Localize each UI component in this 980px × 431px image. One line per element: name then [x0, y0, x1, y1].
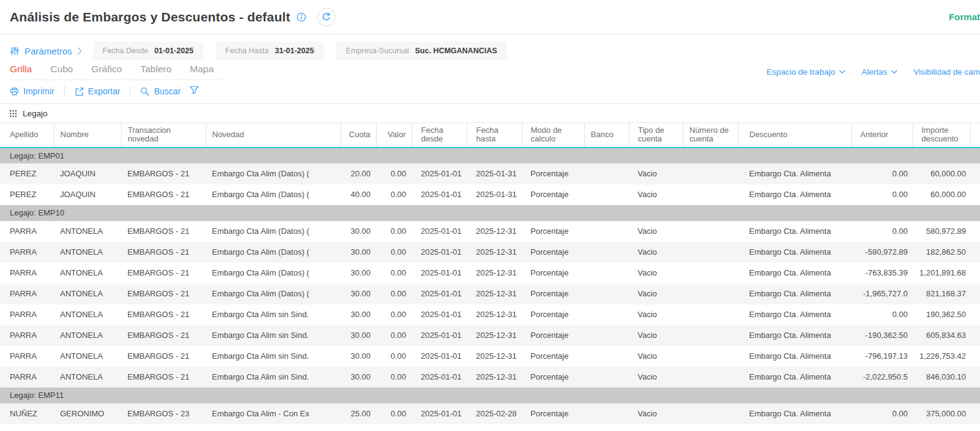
- group-label: Legajo: EMP11: [0, 388, 980, 403]
- cell-filler: [970, 221, 980, 242]
- table-row[interactable]: PARRAANTONELAEMBARGOS - 21Embargo Cta Al…: [0, 367, 980, 388]
- cell-nombre: ANTONELA: [54, 325, 121, 346]
- column-header-importe-descuento[interactable]: Importe descuento: [913, 123, 970, 148]
- cell-apellido: PEREZ: [0, 184, 54, 205]
- cell-cuota: 30.00: [341, 242, 376, 263]
- cell-cuota: 30.00: [341, 367, 376, 388]
- cell-descuento: Embargo Cta. Alimenta: [738, 304, 851, 325]
- column-header-transaccion-novedad[interactable]: Transaccion novedad: [121, 123, 206, 148]
- cell-cuota: 40.00: [341, 184, 376, 205]
- cell-apellido: PARRA: [0, 283, 54, 304]
- cell-nombre: ANTONELA: [54, 367, 121, 388]
- menu-item-espacio-de-trabajo[interactable]: Espacio de trabajo: [767, 67, 846, 77]
- view-tabs: GrillaCuboGráficoTableroMapa: [10, 62, 222, 80]
- column-header-novedad[interactable]: Novedad: [206, 123, 341, 148]
- parameters-bar: Parámetros Fecha Desde01-01-2025Fecha Ha…: [0, 34, 980, 62]
- cell-descuento: Embargo Cta. Alimenta: [738, 263, 851, 283]
- menu-item-alertas[interactable]: Alertas: [861, 67, 897, 77]
- cell-fecha-desde: 2025-01-01: [412, 263, 467, 283]
- column-header-modo-de-calculo[interactable]: Modo de calculo: [522, 123, 584, 148]
- tab-grafico[interactable]: Gráfico: [91, 64, 122, 75]
- table-row[interactable]: PEREZJOAQUINEMBARGOS - 21Embargo Cta Ali…: [0, 163, 980, 184]
- table-row[interactable]: NUÑEZGERONIMOEMBARGOS - 23Embargo Cta Al…: [0, 403, 980, 424]
- cell-importe-descuento: 821,168.37: [913, 283, 970, 304]
- cell-novedad: Embargo Cta Alim (Datos) (: [206, 184, 341, 205]
- group-row-legajo-emp10[interactable]: Legajo: EMP10: [0, 205, 980, 221]
- cell-cuota: 30.00: [341, 346, 376, 367]
- parameter-chip-fecha-desde[interactable]: Fecha Desde01-01-2025: [93, 42, 203, 60]
- tab-tablero[interactable]: Tablero: [140, 64, 172, 75]
- cell-tipo-de-cuenta: Vacio: [629, 325, 683, 346]
- table-row[interactable]: PARRAANTONELAEMBARGOS - 21Embargo Cta Al…: [0, 283, 980, 304]
- table-row[interactable]: PARRAANTONELAEMBARGOS - 21Embargo Cta Al…: [0, 325, 980, 346]
- cell-modo-de-calculo: Porcentaje: [522, 304, 584, 325]
- cell-modo-de-calculo: Porcentaje: [522, 325, 584, 346]
- tab-cubo[interactable]: Cubo: [50, 64, 73, 75]
- cell-tipo-de-cuenta: Vacio: [629, 163, 683, 184]
- cell-filler: [970, 367, 980, 388]
- menu-item-visibilidad-de-cam[interactable]: Visibilidad de cam: [913, 67, 980, 77]
- buscar-button[interactable]: Buscar: [140, 86, 181, 96]
- cell-tipo-de-cuenta: Vacio: [629, 263, 683, 283]
- table-row[interactable]: PARRAANTONELAEMBARGOS - 21Embargo Cta Al…: [0, 304, 980, 325]
- tab-grilla[interactable]: Grilla: [10, 64, 32, 75]
- parameter-chip-empresa-sucursal[interactable]: Empresa-SucursalSuc. HCMGANANCIAS: [336, 42, 507, 60]
- cell-tipo-de-cuenta: Vacio: [629, 184, 683, 205]
- cell-importe-descuento: 846,030.10: [913, 367, 970, 388]
- cell-transaccion-novedad: EMBARGOS - 21: [121, 163, 206, 184]
- group-field-legajo[interactable]: Legajo: [23, 109, 48, 118]
- cell-fecha-desde: 2025-01-01: [412, 242, 467, 263]
- cell-transaccion-novedad: EMBARGOS - 21: [121, 184, 206, 205]
- format-link[interactable]: Format: [949, 12, 980, 22]
- column-header-tipo-de-cuenta[interactable]: Tipo de cuenta: [629, 123, 683, 148]
- cell-cuota: 30.00: [341, 304, 376, 325]
- cell-tipo-de-cuenta: Vacio: [629, 221, 683, 242]
- cell-novedad: Embargo Cta Alim sin Sind.: [206, 304, 341, 325]
- tab-mapa[interactable]: Mapa: [190, 64, 214, 75]
- table-row[interactable]: PEREZJOAQUINEMBARGOS - 21Embargo Cta Ali…: [0, 184, 980, 205]
- cell-filler: [970, 184, 980, 205]
- cell-valor: 0.00: [376, 403, 412, 424]
- cell-transaccion-novedad: EMBARGOS - 23: [121, 403, 206, 424]
- exportar-button[interactable]: Exportar: [75, 86, 121, 96]
- column-header-cuota[interactable]: Cuota: [341, 123, 376, 148]
- cell-apellido: NUÑEZ: [0, 403, 54, 424]
- column-header-anterior[interactable]: Anterior: [851, 123, 913, 148]
- chevron-right-icon: [77, 47, 82, 55]
- column-header-numero-de-cuenta[interactable]: Número de cuenta: [683, 123, 738, 148]
- imprimir-button[interactable]: Imprimir: [10, 86, 55, 96]
- group-label: Legajo: EMP10: [0, 205, 980, 221]
- cell-importe-descuento: 60,000.00: [913, 163, 970, 184]
- column-header-fecha-hasta[interactable]: Fecha hasta: [467, 123, 522, 148]
- parameter-chip-fecha-hasta[interactable]: Fecha Hasta31-01-2025: [216, 42, 324, 60]
- column-header-apellido[interactable]: Apellido: [0, 123, 54, 148]
- page-title: Análisis de Embargos y Descuentos - defa…: [10, 10, 290, 24]
- table-row[interactable]: PARRAANTONELAEMBARGOS - 21Embargo Cta Al…: [0, 242, 980, 263]
- refresh-button[interactable]: [317, 8, 336, 26]
- table-row[interactable]: PARRAANTONELAEMBARGOS - 21Embargo Cta Al…: [0, 221, 980, 242]
- column-header-banco[interactable]: Banco: [584, 123, 629, 148]
- parameters-toggle[interactable]: Parámetros: [10, 46, 82, 56]
- cell-descuento: Embargo Cta. Alimenta: [738, 163, 851, 184]
- column-header-descuento[interactable]: Descuento: [738, 123, 851, 148]
- menu-item-label: Visibilidad de cam: [913, 67, 980, 77]
- column-header-fecha-desde[interactable]: Fecha desde: [412, 123, 467, 148]
- table-row[interactable]: PARRAANTONELAEMBARGOS - 21Embargo Cta Al…: [0, 346, 980, 367]
- cell-fecha-hasta: 2025-12-31: [467, 242, 522, 263]
- group-row-legajo-emp01[interactable]: Legajo: EMP01: [0, 148, 980, 163]
- parameter-chips: Fecha Desde01-01-2025Fecha Hasta31-01-20…: [93, 42, 507, 60]
- cell-fecha-hasta: 2025-12-31: [467, 263, 522, 283]
- filter-button[interactable]: [189, 86, 199, 97]
- cell-banco: [584, 304, 629, 325]
- info-icon[interactable]: [296, 12, 306, 22]
- table-row[interactable]: PARRAANTONELAEMBARGOS - 21Embargo Cta Al…: [0, 263, 980, 283]
- drag-grid-icon[interactable]: [10, 110, 17, 117]
- cell-tipo-de-cuenta: Vacio: [629, 242, 683, 263]
- column-header-nombre[interactable]: Nombre: [54, 123, 121, 148]
- parameters-label: Parámetros: [24, 46, 72, 56]
- cell-filler: [970, 263, 980, 283]
- column-header-valor[interactable]: Valor: [376, 123, 412, 148]
- cell-numero-de-cuenta: [683, 221, 738, 242]
- cell-anterior: -763,835.39: [851, 263, 913, 283]
- group-row-legajo-emp11[interactable]: Legajo: EMP11: [0, 388, 980, 403]
